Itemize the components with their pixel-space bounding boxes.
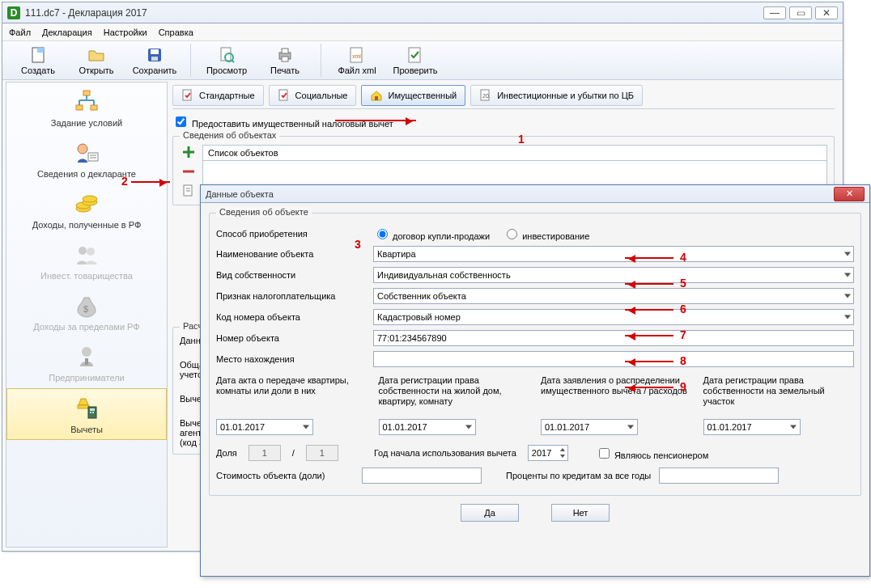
year-start-spinner[interactable]: 2017 xyxy=(528,445,568,461)
svg-rect-41 xyxy=(375,96,378,100)
people-icon xyxy=(74,242,100,268)
loan-interest-input[interactable] xyxy=(659,467,779,484)
svg-rect-1 xyxy=(37,48,44,53)
menu-file[interactable]: Файл xyxy=(9,27,31,37)
print-icon xyxy=(276,46,294,64)
remove-object-button[interactable] xyxy=(181,164,196,179)
property-checkbox[interactable] xyxy=(176,116,186,127)
sidebar-item-invest-partner[interactable]: Инвест. товарищества xyxy=(6,235,167,286)
main-toolbar: Создать Открыть Сохранить Просмотр Печат… xyxy=(2,41,843,80)
object-info-group: Сведения об объекте Способ приобретения … xyxy=(209,213,861,496)
save-icon xyxy=(146,46,164,64)
tool-open[interactable]: Открыть xyxy=(67,44,125,77)
dialog-close-button[interactable]: ✕ xyxy=(834,187,865,201)
sidebar-item-declarant[interactable]: Сведения о декларанте xyxy=(6,133,167,184)
svg-rect-10 xyxy=(282,57,288,61)
object-name-combo[interactable]: Квартира xyxy=(373,246,854,262)
sidebar: Задание условий Сведения о декларанте До… xyxy=(6,82,168,548)
object-number-input[interactable] xyxy=(373,330,854,346)
tab-property[interactable]: Имущественный xyxy=(361,85,465,106)
pension-checkbox[interactable] xyxy=(599,448,610,459)
tool-check[interactable]: Проверить xyxy=(386,44,444,77)
dialog-title: Данные объекта xyxy=(206,189,274,199)
date-statement-input[interactable]: 01.01.2017 xyxy=(541,419,638,435)
sidebar-item-conditions[interactable]: Задание условий xyxy=(6,82,167,133)
deductions-icon xyxy=(74,396,100,421)
tool-print[interactable]: Печать xyxy=(256,44,314,77)
svg-rect-3 xyxy=(151,49,159,54)
file-new-icon xyxy=(29,46,47,64)
radio-invest[interactable]: инвестирование xyxy=(503,226,589,241)
svg-rect-22 xyxy=(88,153,98,161)
pension-checkbox-row[interactable]: Являюсь пенсионером xyxy=(596,446,708,461)
menu-settings[interactable]: Настройки xyxy=(104,27,147,37)
svg-rect-39 xyxy=(183,90,191,100)
tool-preview[interactable]: Просмотр xyxy=(198,44,256,77)
date-reg-land-input[interactable]: 01.01.2017 xyxy=(703,419,801,435)
minimize-button[interactable]: — xyxy=(763,6,786,19)
xml-icon: xml xyxy=(348,46,366,64)
tree-icon xyxy=(74,89,100,115)
folder-open-icon xyxy=(87,46,105,64)
svg-text:$: $ xyxy=(83,304,88,314)
menubar: Файл Декларация Настройки Справка xyxy=(2,23,843,41)
date-reg-house-input[interactable]: 01.01.2017 xyxy=(379,419,476,435)
sidebar-item-income-abroad[interactable]: $ Доходы за пределами РФ xyxy=(6,286,167,337)
svg-rect-15 xyxy=(76,105,83,110)
svg-rect-34 xyxy=(78,405,89,408)
menu-help[interactable]: Справка xyxy=(159,27,193,37)
businessman-icon xyxy=(74,344,100,370)
svg-rect-14 xyxy=(83,91,90,95)
ok-button[interactable]: Да xyxy=(461,504,519,522)
svg-rect-36 xyxy=(90,408,95,411)
close-button[interactable]: ✕ xyxy=(815,6,838,19)
maximize-button[interactable]: ▭ xyxy=(789,6,812,19)
svg-text:20.: 20. xyxy=(482,93,491,99)
date-act-input[interactable]: 01.01.2017 xyxy=(216,419,313,435)
radio-purchase[interactable]: договор купли-продажи xyxy=(373,226,490,241)
svg-point-28 xyxy=(83,196,97,202)
sidebar-item-deductions[interactable]: Вычеты xyxy=(6,388,167,440)
share-numerator xyxy=(249,445,281,461)
taxpayer-combo[interactable]: Собственник объекта xyxy=(373,288,854,304)
sidebar-item-entrepreneurs[interactable]: Предприниматели xyxy=(6,337,167,388)
sidebar-item-income-rf[interactable]: Доходы, полученные в РФ xyxy=(6,184,167,235)
tool-new[interactable]: Создать xyxy=(9,44,67,77)
svg-rect-40 xyxy=(279,90,287,100)
person-card-icon xyxy=(74,140,100,166)
tool-xml[interactable]: xml Файл xml xyxy=(328,44,386,77)
tab-standard[interactable]: Стандартные xyxy=(172,85,264,106)
svg-line-7 xyxy=(232,60,234,62)
page-icon: 20. xyxy=(479,89,492,102)
titlebar: D 111.dc7 - Декларация 2017 — ▭ ✕ xyxy=(2,2,843,23)
menu-declaration[interactable]: Декларация xyxy=(42,27,92,37)
share-denominator xyxy=(306,445,338,461)
location-input[interactable] xyxy=(373,351,854,367)
cost-input[interactable] xyxy=(362,467,482,484)
house-icon xyxy=(370,89,383,102)
object-list-header: Список объектов xyxy=(202,145,827,161)
svg-rect-16 xyxy=(91,105,97,110)
check-icon xyxy=(406,46,424,64)
ownership-combo[interactable]: Индивидуальная собственность xyxy=(373,267,854,283)
svg-rect-13 xyxy=(409,48,420,62)
svg-rect-38 xyxy=(92,412,94,413)
add-object-button[interactable] xyxy=(181,145,196,159)
sheet-check-icon xyxy=(181,89,194,102)
deduction-tabs: Стандартные Социальные Имущественный 20.… xyxy=(172,85,835,109)
tool-save[interactable]: Сохранить xyxy=(125,44,184,77)
moneybag-icon: $ xyxy=(74,293,100,319)
tab-social[interactable]: Социальные xyxy=(269,85,357,106)
code-number-combo[interactable]: Кадастровый номер xyxy=(373,309,854,325)
cancel-button[interactable]: Нет xyxy=(551,504,610,522)
svg-point-29 xyxy=(79,247,87,255)
coins-icon xyxy=(74,191,100,217)
tab-securities[interactable]: 20. Инвестиционные и убытки по ЦБ xyxy=(470,85,643,106)
preview-icon xyxy=(218,46,236,64)
svg-point-21 xyxy=(78,144,87,154)
svg-rect-33 xyxy=(85,358,88,365)
edit-object-button[interactable] xyxy=(181,184,196,198)
sheet-tick-icon xyxy=(278,89,291,102)
property-checkbox-row[interactable]: Предоставить имущественный налоговый выч… xyxy=(172,119,393,129)
svg-rect-37 xyxy=(90,412,91,413)
